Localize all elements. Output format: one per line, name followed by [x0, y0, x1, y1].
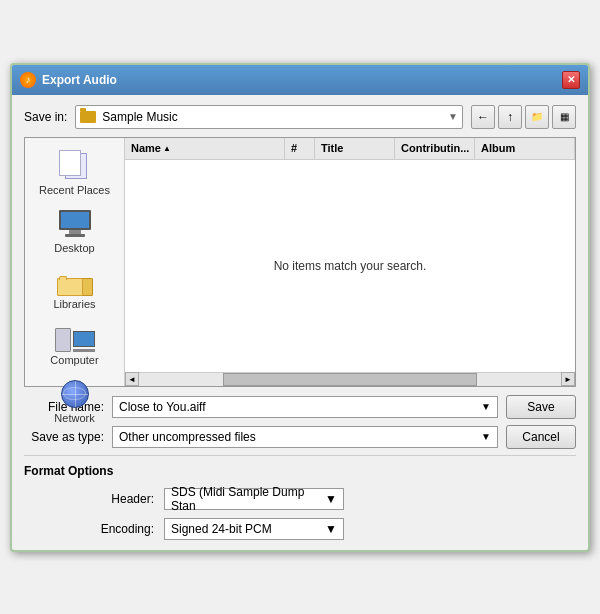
savetype-label: Save as type:: [24, 430, 104, 444]
file-list-area: Name ▲ # Title Contributin... Album: [125, 138, 575, 386]
folder-selector[interactable]: Sample Music ▼: [75, 105, 463, 129]
sidebar-item-computer[interactable]: Computer: [35, 318, 115, 370]
scroll-right-arrow[interactable]: ►: [561, 372, 575, 386]
views-icon: ▦: [560, 111, 569, 122]
filename-dropdown-arrow: ▼: [481, 401, 491, 412]
file-list-header: Name ▲ # Title Contributin... Album: [125, 138, 575, 160]
scroll-track[interactable]: [139, 373, 561, 386]
savetype-value: Other uncompressed files: [119, 430, 256, 444]
libraries-icon: [57, 266, 93, 296]
sidebar-item-label: Desktop: [54, 242, 94, 254]
header-value: SDS (Midi Sample Dump Stan: [171, 485, 325, 513]
encoding-row: Encoding: Signed 24-bit PCM ▼: [84, 518, 576, 540]
savetype-input[interactable]: Other uncompressed files ▼: [112, 426, 498, 448]
nav-buttons: ← ↑ 📁 ▦: [471, 105, 576, 129]
savetype-dropdown-arrow: ▼: [481, 431, 491, 442]
format-rows: Header: SDS (Midi Sample Dump Stan ▼ Enc…: [24, 488, 576, 540]
column-header-title[interactable]: Title: [315, 138, 395, 159]
sort-arrow: ▲: [163, 144, 171, 153]
main-area: Recent Places Desktop: [24, 137, 576, 387]
scroll-thumb[interactable]: [223, 373, 476, 386]
sidebar-item-label: Computer: [50, 354, 98, 366]
header-label: Header:: [84, 492, 154, 506]
empty-message: No items match your search.: [274, 259, 427, 273]
save-in-label: Save in:: [24, 110, 67, 124]
format-options-title: Format Options: [24, 464, 576, 478]
title-bar: ♪ Export Audio ✕: [12, 65, 588, 95]
column-header-name[interactable]: Name ▲: [125, 138, 285, 159]
encoding-label: Encoding:: [84, 522, 154, 536]
app-icon: ♪: [20, 72, 36, 88]
scroll-left-arrow[interactable]: ◄: [125, 372, 139, 386]
header-row: Header: SDS (Midi Sample Dump Stan ▼: [84, 488, 576, 510]
save-button[interactable]: Save: [506, 395, 576, 419]
sidebar-item-label: Libraries: [53, 298, 95, 310]
folder-dropdown-arrow: ▼: [448, 111, 458, 122]
header-dropdown-arrow: ▼: [325, 492, 337, 506]
column-header-number[interactable]: #: [285, 138, 315, 159]
sidebar-item-label: Recent Places: [39, 184, 110, 196]
filename-value: Close to You.aiff: [119, 400, 206, 414]
desktop-icon: [55, 208, 95, 240]
up-button[interactable]: ↑: [498, 105, 522, 129]
folder-icon: [80, 111, 96, 123]
file-list-content: No items match your search.: [125, 160, 575, 372]
encoding-value: Signed 24-bit PCM: [171, 522, 272, 536]
cancel-button[interactable]: Cancel: [506, 425, 576, 449]
header-select[interactable]: SDS (Midi Sample Dump Stan ▼: [164, 488, 344, 510]
title-bar-left: ♪ Export Audio: [20, 72, 117, 88]
up-icon: ↑: [507, 110, 513, 124]
encoding-dropdown-arrow: ▼: [325, 522, 337, 536]
new-folder-icon: 📁: [531, 111, 543, 122]
sidebar: Recent Places Desktop: [25, 138, 125, 386]
column-header-album[interactable]: Album: [475, 138, 575, 159]
encoding-select[interactable]: Signed 24-bit PCM ▼: [164, 518, 344, 540]
format-options-section: Format Options Header: SDS (Midi Sample …: [24, 455, 576, 540]
sidebar-item-desktop[interactable]: Desktop: [35, 204, 115, 258]
sidebar-item-libraries[interactable]: Libraries: [35, 262, 115, 314]
close-button[interactable]: ✕: [562, 71, 580, 89]
current-folder-text: Sample Music: [102, 110, 448, 124]
views-button[interactable]: ▦: [552, 105, 576, 129]
horizontal-scrollbar[interactable]: ◄ ►: [125, 372, 575, 386]
dialog-body: Save in: Sample Music ▼ ← ↑ 📁 ▦: [12, 95, 588, 550]
back-icon: ←: [477, 110, 489, 124]
export-audio-dialog: ♪ Export Audio ✕ Save in: Sample Music ▼…: [10, 63, 590, 552]
computer-icon: [55, 322, 95, 352]
new-folder-button[interactable]: 📁: [525, 105, 549, 129]
sidebar-item-recent-places[interactable]: Recent Places: [35, 146, 115, 200]
savetype-row: Save as type: Other uncompressed files ▼…: [24, 425, 576, 449]
save-in-row: Save in: Sample Music ▼ ← ↑ 📁 ▦: [24, 105, 576, 129]
filename-input[interactable]: Close to You.aiff ▼: [112, 396, 498, 418]
dialog-title: Export Audio: [42, 73, 117, 87]
recent-places-icon: [55, 150, 95, 182]
column-header-contributing[interactable]: Contributin...: [395, 138, 475, 159]
back-button[interactable]: ←: [471, 105, 495, 129]
